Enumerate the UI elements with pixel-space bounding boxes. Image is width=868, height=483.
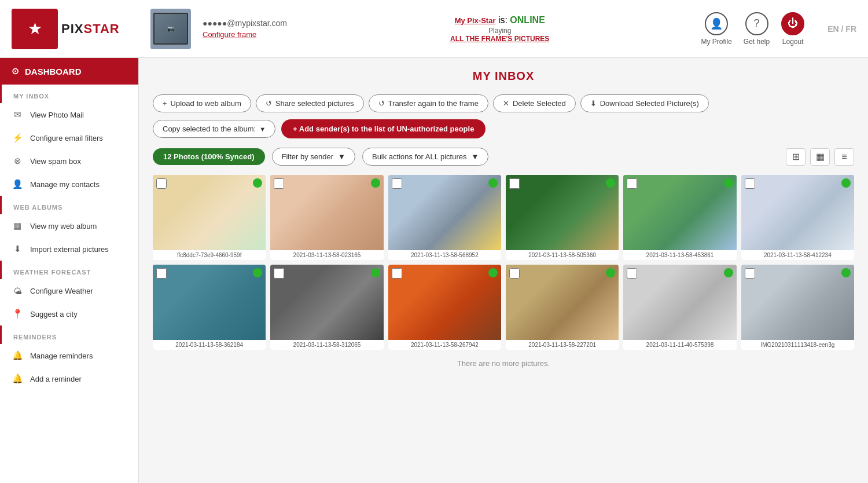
photo-checkbox[interactable]	[274, 178, 284, 189]
photo-image	[506, 265, 619, 340]
sidebar-item-configure-weather[interactable]: 🌤 Configure Weather	[0, 279, 138, 302]
sidebar-item-suggest-city[interactable]: 📍 Suggest a city	[0, 302, 138, 325]
logo-star-icon: ★	[28, 19, 42, 38]
sync-dot	[724, 268, 733, 277]
list-item[interactable]: 2021-03-11-11-40-575398	[623, 265, 736, 350]
add-unauthorized-button[interactable]: + Add sender(s) to the list of UN-author…	[281, 119, 486, 138]
frame-details: ●●●●●@mypixstar.com Configure frame	[203, 19, 287, 39]
nav-profile[interactable]: 👤 My Profile	[701, 12, 731, 46]
sidebar-section-web-albums: WEB ALBUMS	[0, 196, 138, 214]
share-selected-button[interactable]: ↺ Share selected pictures	[256, 94, 364, 112]
filter-chevron-icon: ▼	[338, 152, 345, 161]
sidebar-item-view-web-album[interactable]: ▦ View my web album	[0, 214, 138, 237]
view-photo-mail-label: View Photo Mail	[30, 111, 84, 119]
grid-view-button[interactable]: ⊞	[786, 148, 806, 166]
reminders-icon: 🔔	[12, 350, 23, 361]
sidebar: ⊙ DASHBOARD MY INBOX ✉ View Photo Mail ⚡…	[0, 58, 139, 483]
photo-checkbox[interactable]	[392, 268, 402, 279]
photo-image	[741, 175, 854, 250]
nav-help[interactable]: ? Get help	[744, 12, 770, 46]
bulk-actions-label: Bulk actions for ALL pictures	[372, 152, 467, 161]
list-item[interactable]: 2021-03-11-13-58-505360	[506, 175, 619, 260]
large-grid-icon: ▦	[816, 151, 825, 162]
photo-image	[270, 175, 383, 250]
photo-checkbox[interactable]	[627, 178, 637, 189]
lang-fr[interactable]: FR	[845, 24, 856, 34]
spam-box-icon: ⊗	[12, 155, 23, 167]
sidebar-dashboard[interactable]: ⊙ DASHBOARD	[0, 58, 138, 85]
suggest-city-label: Suggest a city	[30, 310, 78, 319]
add-reminder-label: Add a reminder	[30, 375, 82, 383]
list-item[interactable]: 2021-03-11-13-58-227201	[506, 265, 619, 350]
logout-icon: ⏻	[781, 12, 804, 35]
upload-icon: +	[163, 99, 167, 108]
transfer-icon: ↺	[378, 99, 385, 108]
delete-selected-button[interactable]: ✕ Delete Selected	[493, 94, 576, 112]
photo-checkbox[interactable]	[156, 268, 167, 279]
configure-frame-link[interactable]: Configure frame	[203, 30, 287, 39]
share-label: Share selected pictures	[275, 99, 354, 108]
transfer-frame-button[interactable]: ↺ Transfer again to the frame	[369, 94, 488, 112]
bulk-actions-select[interactable]: Bulk actions for ALL pictures ▼	[362, 148, 488, 166]
sidebar-item-add-reminder[interactable]: 🔔 Add a reminder	[0, 367, 138, 390]
filter-by-sender-select[interactable]: Filter by sender ▼	[272, 148, 355, 166]
photo-checkbox[interactable]	[509, 178, 520, 189]
large-grid-view-button[interactable]: ▦	[810, 148, 830, 166]
list-item[interactable]: 2021-03-11-13-58-453861	[623, 175, 736, 260]
import-external-label: Import external pictures	[30, 245, 109, 254]
photo-image	[388, 265, 501, 340]
sidebar-item-manage-contacts[interactable]: 👤 Manage my contacts	[0, 173, 138, 196]
download-label: Download Selected Picture(s)	[600, 99, 699, 108]
photo-label: 2021-03-11-13-58-023165	[270, 250, 383, 260]
sidebar-item-manage-reminders[interactable]: 🔔 Manage reminders	[0, 344, 138, 367]
copy-selected-label: Copy selected to the album:	[163, 125, 256, 133]
sidebar-item-configure-email-filters[interactable]: ⚡ Configure email filters	[0, 126, 138, 149]
photo-label: 2021-03-11-11-40-575398	[623, 340, 736, 350]
sidebar-item-view-spam-box[interactable]: ⊗ View spam box	[0, 149, 138, 173]
photo-checkbox[interactable]	[627, 268, 637, 279]
logo-text: PIXSTAR	[61, 21, 120, 36]
all-frames-link[interactable]: ALL THE FRAME'S PICTURES	[299, 35, 701, 43]
photo-label: 2021-03-11-13-58-227201	[506, 340, 619, 350]
list-item[interactable]: 2021-03-11-13-58-362184	[153, 265, 266, 350]
configure-weather-label: Configure Weather	[30, 287, 93, 295]
sidebar-section-weather: WEATHER FORECAST	[0, 261, 138, 279]
action-buttons-row: + Upload to web album ↺ Share selected p…	[153, 94, 854, 112]
sync-dot	[488, 268, 498, 277]
lang-en[interactable]: EN	[827, 24, 838, 34]
photo-checkbox[interactable]	[745, 178, 755, 189]
sidebar-item-import-external[interactable]: ⬇ Import external pictures	[0, 237, 138, 261]
photo-checkbox[interactable]	[392, 178, 402, 189]
photo-checkbox[interactable]	[274, 268, 284, 279]
list-item[interactable]: 2021-03-11-13-58-312065	[270, 265, 383, 350]
upload-web-album-button[interactable]: + Upload to web album	[153, 94, 251, 112]
photo-checkbox[interactable]	[156, 178, 167, 189]
list-item[interactable]: IMG20210311113418-een3g	[741, 265, 854, 350]
photo-image	[623, 175, 736, 250]
list-item[interactable]: 2021-03-11-13-58-568952	[388, 175, 501, 260]
photo-checkbox[interactable]	[745, 268, 755, 279]
profile-label: My Profile	[701, 38, 731, 46]
lang-switcher: EN / FR	[827, 24, 856, 34]
delete-label: Delete Selected	[513, 99, 566, 108]
photo-checkbox[interactable]	[509, 268, 520, 279]
list-view-button[interactable]: ≡	[834, 148, 854, 166]
photo-label: 2021-03-11-13-58-412234	[741, 250, 854, 260]
frame-info: 📷 ●●●●●@mypixstar.com Configure frame My…	[150, 9, 701, 49]
photo-label: IMG20210311113418-een3g	[741, 340, 854, 350]
list-item[interactable]: ffc8ddc7-73e9-4660-959f	[153, 175, 266, 260]
list-item[interactable]: 2021-03-11-13-58-412234	[741, 175, 854, 260]
list-item[interactable]: 2021-03-11-13-58-267942	[388, 265, 501, 350]
my-pixstar-link[interactable]: My Pix-Star	[455, 16, 496, 25]
contacts-icon: 👤	[12, 178, 23, 190]
list-item[interactable]: 2021-03-11-13-58-023165	[270, 175, 383, 260]
download-selected-button[interactable]: ⬇ Download Selected Picture(s)	[580, 94, 709, 112]
frame-thumbnail: 📷	[150, 9, 191, 49]
photo-image	[270, 265, 383, 340]
nav-logout[interactable]: ⏻ Logout	[781, 12, 804, 46]
sidebar-item-view-photo-mail[interactable]: ✉ View Photo Mail	[0, 103, 138, 126]
sync-dot	[371, 178, 380, 188]
copy-selected-button[interactable]: Copy selected to the album: ▼	[153, 120, 275, 138]
sync-dot	[841, 268, 851, 277]
logo-area: ★ PIXSTAR	[12, 9, 150, 49]
